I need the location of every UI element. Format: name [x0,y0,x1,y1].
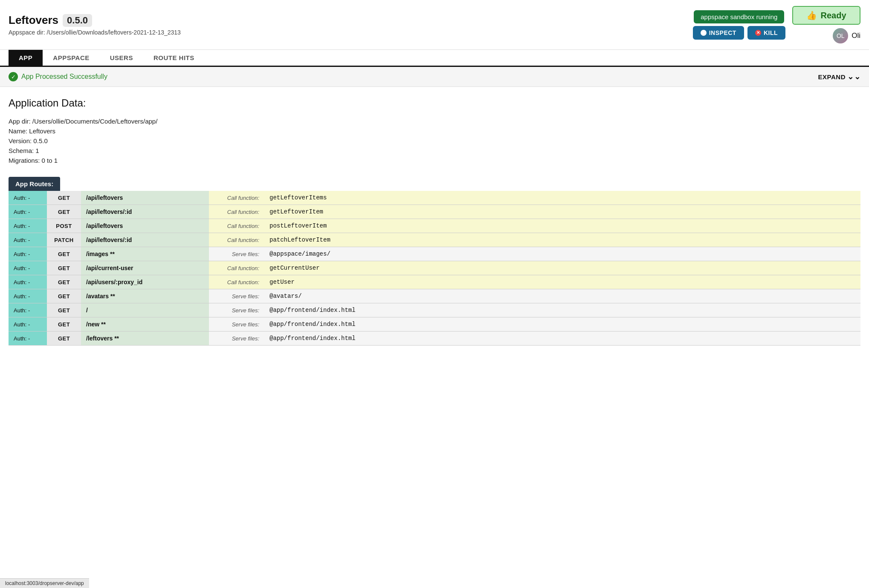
sandbox-controls: appspace sandbox running INSPECT ✕ KILL [693,10,785,40]
section-title: Application Data: [9,97,860,109]
sandbox-actions: INSPECT ✕ KILL [693,26,785,40]
tab-bar: APP APPSPACE USERS ROUTE HITS [0,50,869,67]
route-method: GET [47,331,81,346]
app-data-row-dir: App dir: /Users/ollie/Documents/Code/Lef… [9,118,860,125]
user-name: Oli [852,32,860,40]
ready-badge: 👍 Ready [792,6,860,25]
app-name: Leftovers [9,14,58,27]
route-method: GET [47,191,81,205]
expand-button[interactable]: EXPAND ⌄⌄ [818,72,860,81]
routes-section: App Routes: Auth: -GET/api/leftoversCall… [9,177,860,346]
route-action-value: @app/frontend/index.html [264,303,860,317]
route-auth: Auth: - [9,219,47,233]
route-path: /new ** [81,317,209,331]
route-auth: Auth: - [9,261,47,275]
status-success: ✓ App Processed Successfully [9,72,107,81]
thumbs-up-icon: 👍 [806,10,817,20]
route-method: GET [47,289,81,303]
table-row: Auth: -GET/api/current-userCall function… [9,261,860,275]
app-title: Leftovers 0.5.0 [9,14,686,27]
app-data-row-migrations: Migrations: 0 to 1 [9,157,860,164]
route-action-label: Serve files: [209,247,264,261]
route-auth: Auth: - [9,247,47,261]
route-action-value: @appspace/images/ [264,247,860,261]
header-right: 👍 Ready OL Oli [792,6,860,43]
app-data-fields: App dir: /Users/ollie/Documents/Code/Lef… [9,118,860,164]
route-method: GET [47,275,81,289]
tab-route-hits[interactable]: ROUTE HITS [143,50,205,67]
route-action-value: getUser [264,275,860,289]
route-method: GET [47,205,81,219]
route-path: /api/leftovers [81,191,209,205]
route-path: /api/users/:proxy_id [81,275,209,289]
route-path: /leftovers ** [81,331,209,346]
route-path: /api/leftovers/:id [81,233,209,247]
route-auth: Auth: - [9,289,47,303]
route-action-value: getLeftoverItem [264,205,860,219]
avatar: OL [833,28,848,43]
route-action-label: Serve files: [209,317,264,331]
route-action-label: Serve files: [209,303,264,317]
route-action-label: Serve files: [209,331,264,346]
route-action-value: @app/frontend/index.html [264,331,860,346]
tab-users[interactable]: USERS [100,50,143,67]
table-row: Auth: -GET/Serve files:@app/frontend/ind… [9,303,860,317]
check-icon: ✓ [9,72,18,81]
app-data-row-schema: Schema: 1 [9,147,860,154]
table-row: Auth: -GET/images **Serve files:@appspac… [9,247,860,261]
table-row: Auth: -GET/api/leftovers/:idCall functio… [9,205,860,219]
app-data-row-version: Version: 0.5.0 [9,137,860,144]
route-auth: Auth: - [9,233,47,247]
route-action-label: Call function: [209,261,264,275]
table-row: Auth: -GET/api/users/:proxy_idCall funct… [9,275,860,289]
route-path: /api/current-user [81,261,209,275]
route-action-value: getCurrentUser [264,261,860,275]
sandbox-status-badge: appspace sandbox running [694,10,784,23]
tab-app[interactable]: APP [9,50,43,67]
version-badge: 0.5.0 [63,14,92,27]
route-auth: Auth: - [9,317,47,331]
route-action-label: Call function: [209,275,264,289]
route-method: POST [47,219,81,233]
kill-icon: ✕ [755,30,761,36]
route-path: /api/leftovers [81,219,209,233]
table-row: Auth: -GET/leftovers **Serve files:@app/… [9,331,860,346]
route-method: PATCH [47,233,81,247]
route-action-value: postLeftoverItem [264,219,860,233]
chevron-down-icon: ⌄⌄ [847,72,860,81]
route-path: /avatars ** [81,289,209,303]
user-info: OL Oli [833,28,860,43]
route-auth: Auth: - [9,205,47,219]
route-action-value: @avatars/ [264,289,860,303]
table-row: Auth: -GET/avatars **Serve files:@avatar… [9,289,860,303]
route-action-label: Serve files: [209,289,264,303]
route-action-label: Call function: [209,205,264,219]
main-content: Application Data: App dir: /Users/ollie/… [0,87,869,356]
route-path: / [81,303,209,317]
kill-button[interactable]: ✕ KILL [747,26,785,40]
route-auth: Auth: - [9,191,47,205]
route-auth: Auth: - [9,303,47,317]
app-data-row-name: Name: Leftovers [9,127,860,135]
route-path: /images ** [81,247,209,261]
app-dir: Appspace dir: /Users/ollie/Downloads/lef… [9,29,686,36]
route-method: GET [47,261,81,275]
route-auth: Auth: - [9,275,47,289]
route-action-value: @app/frontend/index.html [264,317,860,331]
table-row: Auth: -POST/api/leftoversCall function:p… [9,219,860,233]
header: Leftovers 0.5.0 Appspace dir: /Users/oll… [0,0,869,50]
route-action-label: Call function: [209,219,264,233]
route-auth: Auth: - [9,331,47,346]
route-method: GET [47,247,81,261]
inspect-button[interactable]: INSPECT [693,26,744,40]
status-bar: ✓ App Processed Successfully EXPAND ⌄⌄ [0,67,869,87]
route-action-label: Call function: [209,233,264,247]
routes-table: Auth: -GET/api/leftoversCall function:ge… [9,191,860,346]
header-left: Leftovers 0.5.0 Appspace dir: /Users/oll… [9,14,686,35]
tab-appspace[interactable]: APPSPACE [43,50,99,67]
route-method: GET [47,317,81,331]
route-action-value: getLeftoverItems [264,191,860,205]
route-path: /api/leftovers/:id [81,205,209,219]
routes-header: App Routes: [9,177,60,191]
table-row: Auth: -PATCH/api/leftovers/:idCall funct… [9,233,860,247]
